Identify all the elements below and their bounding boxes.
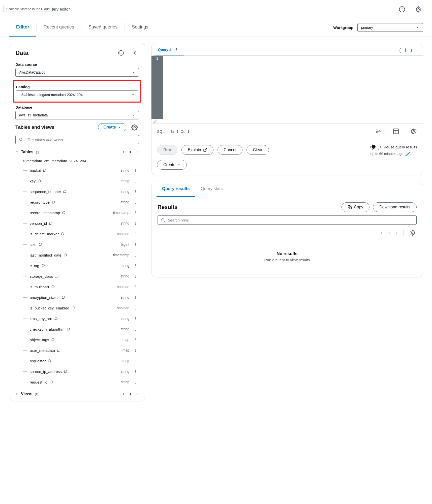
column-menu-icon[interactable]: ⋮ <box>132 168 139 172</box>
workgroup-select[interactable]: primary <box>357 23 423 32</box>
cancel-button[interactable]: Cancel <box>218 145 243 155</box>
caret-down-icon <box>177 163 180 166</box>
column-menu-icon[interactable]: ⋮ <box>132 380 139 384</box>
table-name[interactable]: s3metadata_cm_metadata_20241204 <box>22 159 86 163</box>
create-button[interactable]: Create <box>98 123 126 131</box>
column-menu-icon[interactable]: ⋮ <box>132 338 139 342</box>
catalog-select[interactable]: s3tablescatalog/cm-metadata-20241204 <box>16 90 138 99</box>
column-name[interactable]: source_ip_address <box>30 369 121 374</box>
column-name[interactable]: kms_key_arn <box>30 317 121 321</box>
column-name[interactable]: is_bucket_key_enabled <box>30 306 117 310</box>
column-menu-icon[interactable]: ⋮ <box>132 317 139 321</box>
collapse-sidebar-icon[interactable] <box>130 49 139 57</box>
tab-recent-queries[interactable]: Recent queries <box>37 18 81 37</box>
column-menu-icon[interactable]: ⋮ <box>132 264 139 268</box>
column-type: string <box>121 369 132 373</box>
column-name[interactable]: version_id <box>30 221 121 226</box>
column-name[interactable]: requester <box>30 359 121 363</box>
column-name[interactable]: is_multipart <box>30 285 117 289</box>
resize-handle-icon[interactable] <box>151 119 423 123</box>
column-name[interactable]: last_modified_date <box>30 253 113 257</box>
refresh-icon[interactable] <box>117 49 125 57</box>
create-dropdown-button[interactable]: Create <box>157 160 187 170</box>
sql-editor[interactable] <box>163 56 423 119</box>
column-menu-icon[interactable]: ⋮ <box>132 179 139 183</box>
layout-icon[interactable] <box>392 127 400 136</box>
column-name[interactable]: storage_class <box>30 274 121 278</box>
gear-icon[interactable] <box>410 127 418 136</box>
column-menu-icon[interactable]: ⋮ <box>132 242 139 246</box>
column-menu-icon[interactable]: ⋮ <box>132 190 139 194</box>
chat-icon <box>49 222 52 225</box>
column-menu-icon[interactable]: ⋮ <box>132 200 139 204</box>
column-row: kms_key_arn string⋮ <box>21 313 139 324</box>
column-name[interactable]: request_id <box>30 380 121 384</box>
column-menu-icon[interactable]: ⋮ <box>132 221 139 225</box>
gear-icon[interactable] <box>130 123 139 132</box>
column-menu-icon[interactable]: ⋮ <box>132 253 139 257</box>
add-query-icon[interactable]: + <box>404 46 408 54</box>
caret-down-icon[interactable] <box>415 49 418 52</box>
info-icon[interactable] <box>398 5 406 14</box>
column-menu-icon[interactable]: ⋮ <box>132 295 139 299</box>
next-page-icon[interactable] <box>135 392 139 396</box>
copy-button[interactable]: Copy <box>342 202 369 212</box>
gear-icon[interactable] <box>408 229 417 237</box>
column-menu-icon[interactable]: ⋮ <box>132 369 139 373</box>
column-menu-icon[interactable]: ⋮ <box>132 274 139 278</box>
column-menu-icon[interactable]: ⋮ <box>132 232 139 236</box>
filter-tables-input[interactable] <box>15 135 139 144</box>
database-select[interactable]: aws_s3_metadata <box>15 111 139 119</box>
collapse-table-icon[interactable]: − <box>16 159 20 163</box>
column-name[interactable]: checksum_algorithm <box>30 327 121 331</box>
next-page-icon[interactable] <box>395 231 399 235</box>
column-name[interactable]: record_timestamp <box>30 211 113 215</box>
tab-settings[interactable]: Settings <box>125 18 155 37</box>
caret-right-icon[interactable] <box>15 392 18 395</box>
column-name[interactable]: encryption_status <box>30 295 121 300</box>
query-tab-menu-icon[interactable]: ⋮ <box>173 48 180 52</box>
clear-button[interactable]: Clear <box>246 145 269 155</box>
column-name[interactable]: size <box>30 242 121 247</box>
tab-editor[interactable]: Editor <box>9 18 36 37</box>
column-name[interactable]: is_delete_marker <box>30 232 117 236</box>
column-menu-icon[interactable]: ⋮ <box>132 327 139 331</box>
column-menu-icon[interactable]: ⋮ <box>132 306 139 310</box>
column-name[interactable]: user_metadata <box>30 348 122 353</box>
column-menu-icon[interactable]: ⋮ <box>132 359 139 363</box>
explain-button[interactable]: Explain <box>181 145 213 155</box>
column-name[interactable]: record_type <box>30 200 121 204</box>
chat-icon <box>61 232 64 236</box>
pencil-icon[interactable] <box>405 151 410 156</box>
prev-page-icon[interactable] <box>122 150 125 154</box>
prev-page-icon[interactable] <box>380 231 384 235</box>
column-menu-icon[interactable]: ⋮ <box>132 348 139 352</box>
datasource-select[interactable]: AwsDataCatalog <box>15 68 139 77</box>
search-rows-input[interactable] <box>158 215 417 225</box>
column-name[interactable]: e_tag <box>30 264 121 268</box>
query-tab[interactable]: Query 1 ⋮ <box>154 45 184 55</box>
column-name[interactable]: sequence_number <box>30 190 121 194</box>
download-results-button[interactable]: Download results <box>373 202 417 212</box>
column-name[interactable]: object_tags <box>30 338 122 342</box>
next-page-icon[interactable] <box>135 150 139 154</box>
run-button[interactable]: Run <box>157 145 177 155</box>
tab-saved-queries[interactable]: Saved queries <box>81 18 125 37</box>
format-icon[interactable] <box>374 127 382 136</box>
create-label: Create <box>163 163 175 167</box>
search-rows-field[interactable] <box>168 218 414 222</box>
column-name[interactable]: key <box>30 179 121 183</box>
column-menu-icon[interactable]: ⋮ <box>132 211 139 215</box>
column-menu-icon[interactable]: ⋮ <box>132 285 139 289</box>
tab-query-stats[interactable]: Query stats <box>195 181 228 197</box>
filter-input-field[interactable] <box>25 138 136 142</box>
caret-down-icon[interactable] <box>15 150 18 153</box>
tab-query-results[interactable]: Query results <box>157 181 195 197</box>
gear-icon[interactable] <box>414 5 423 14</box>
table-menu-icon[interactable]: ⋮ <box>132 159 138 163</box>
prev-page-icon[interactable] <box>122 392 125 396</box>
column-row: request_id string⋮ <box>21 377 139 387</box>
reuse-results-toggle[interactable] <box>371 144 381 150</box>
column-name[interactable]: bucket <box>30 168 121 173</box>
svg-point-25 <box>162 218 164 221</box>
